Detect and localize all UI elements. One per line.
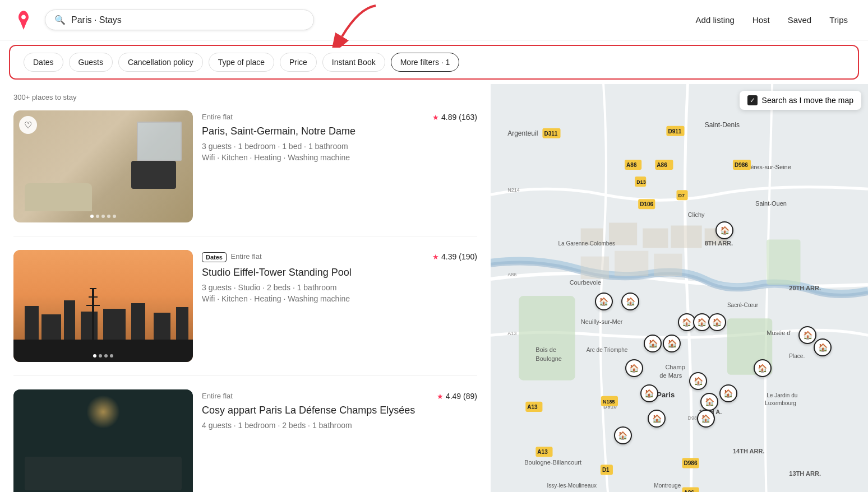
map-pin[interactable]: 🏠 bbox=[689, 372, 707, 390]
map-pin[interactable]: 🏠 bbox=[640, 384, 658, 402]
svg-text:8TH ARR.: 8TH ARR. bbox=[705, 240, 733, 247]
map-pin[interactable]: 🏠 bbox=[708, 313, 726, 331]
svg-text:Sacré-Cœur: Sacré-Cœur bbox=[727, 302, 759, 308]
trips-link[interactable]: Trips bbox=[823, 11, 855, 29]
listing-info-1: Entire flat ★ 4.89 (163) Paris, Saint-Ge… bbox=[202, 110, 477, 222]
instant-book-filter[interactable]: Instant Book bbox=[322, 53, 385, 72]
map-pin[interactable]: 🏠 bbox=[814, 338, 832, 356]
search-bar[interactable]: 🔍 Paris · Stays bbox=[45, 10, 314, 30]
svg-text:Montrouge: Montrouge bbox=[654, 482, 681, 489]
star-icon-3: ★ bbox=[437, 392, 444, 401]
svg-text:A86: A86 bbox=[507, 272, 516, 277]
search-text: Paris · Stays bbox=[71, 15, 122, 25]
left-panel: 300+ places to stay ♡ Entire flat ★ bbox=[0, 84, 491, 492]
price-filter[interactable]: Price bbox=[280, 53, 317, 72]
svg-text:Argenteuil: Argenteuil bbox=[507, 129, 538, 137]
map-pin[interactable]: 🏠 bbox=[663, 335, 681, 352]
more-filters-button[interactable]: More filters · 1 bbox=[391, 53, 460, 72]
map-pin[interactable]: 🏠 bbox=[798, 326, 816, 344]
map-pin[interactable]: 🏠 bbox=[648, 410, 666, 428]
listing-details-1: 3 guests · 1 bedroom · 1 bed · 1 bathroo… bbox=[202, 142, 477, 151]
svg-text:20TH ARR.: 20TH ARR. bbox=[789, 285, 821, 291]
guests-filter[interactable]: Guests bbox=[69, 53, 113, 72]
svg-text:Le Jardin du: Le Jardin du bbox=[767, 392, 797, 398]
svg-text:13TH ARR.: 13TH ARR. bbox=[789, 470, 821, 477]
listing-card: ♡ Entire flat ★ 4.89 (163) bbox=[13, 110, 477, 236]
map-background: N214 A86 A13 D910 D986 8TH ARR. 15TH A. … bbox=[491, 84, 868, 492]
svg-rect-12 bbox=[654, 254, 682, 276]
svg-text:Clichy: Clichy bbox=[688, 211, 705, 218]
map-search-checkbox-bar: ✓ Search as I move the map bbox=[740, 91, 861, 110]
listing-amenities-2: Wifi · Kitchen · Heating · Washing machi… bbox=[202, 294, 477, 303]
svg-rect-2 bbox=[519, 296, 575, 380]
map-search-checkbox[interactable]: ✓ bbox=[747, 95, 758, 105]
svg-text:La Garenne-Colombes: La Garenne-Colombes bbox=[558, 240, 615, 247]
add-listing-link[interactable]: Add listing bbox=[689, 11, 741, 29]
listing-type-1: Entire flat bbox=[202, 113, 233, 121]
listing-title-3[interactable]: Cosy appart Paris La Défense Champs Elys… bbox=[202, 405, 477, 416]
listing-image-1[interactable]: ♡ bbox=[13, 110, 193, 222]
listing-amenities-1: Wifi · Kitchen · Heating · Washing machi… bbox=[202, 153, 477, 162]
svg-text:A13: A13 bbox=[507, 331, 516, 336]
listing-info-3: Entire flat ★ 4.49 (89) Cosy appart Pari… bbox=[202, 389, 477, 492]
svg-text:Saint-Denis: Saint-Denis bbox=[705, 121, 740, 129]
image-dots-2 bbox=[93, 354, 113, 358]
listing-image-3[interactable]: ♡ bbox=[13, 389, 193, 492]
dates-filter[interactable]: Dates bbox=[24, 53, 63, 72]
map-search-label: Search as I move the map bbox=[762, 96, 853, 105]
svg-text:D311: D311 bbox=[544, 131, 557, 137]
map-panel[interactable]: N214 A86 A13 D910 D986 8TH ARR. 15TH A. … bbox=[491, 84, 868, 492]
header-nav: Add listing Host Saved Trips bbox=[689, 11, 855, 29]
svg-text:N185: N185 bbox=[603, 399, 615, 405]
superhost-badge: Dates bbox=[202, 252, 227, 262]
svg-text:Boulogne-Billancourt: Boulogne-Billancourt bbox=[524, 459, 581, 466]
map-pin[interactable]: 🏠 bbox=[715, 221, 733, 239]
map-pin[interactable]: 🏠 bbox=[719, 384, 737, 402]
svg-text:A13: A13 bbox=[527, 404, 538, 410]
svg-text:de Mars: de Mars bbox=[659, 372, 682, 379]
listing-title-1[interactable]: Paris, Saint-Germain, Notre Dame bbox=[202, 126, 477, 137]
listing-rating-2: ★ 4.39 (190) bbox=[432, 252, 477, 261]
saved-link[interactable]: Saved bbox=[781, 11, 819, 29]
map-pin[interactable]: 🏠 bbox=[700, 393, 718, 411]
filter-bar: Dates Guests Cancellation policy Type of… bbox=[9, 45, 859, 80]
svg-rect-10 bbox=[581, 257, 609, 279]
svg-text:A13: A13 bbox=[537, 449, 548, 455]
main-layout: 300+ places to stay ♡ Entire flat ★ bbox=[0, 84, 868, 492]
listing-image-2[interactable]: ♡ bbox=[13, 250, 193, 362]
map-pin[interactable]: 🏠 bbox=[614, 426, 632, 444]
image-dots-1 bbox=[90, 215, 116, 218]
svg-text:Boulogne: Boulogne bbox=[535, 355, 562, 362]
listing-details-3: 4 guests · 1 bedroom · 2 beds · 1 bathro… bbox=[202, 421, 477, 430]
map-pin[interactable]: 🏠 bbox=[644, 335, 662, 352]
listing-type-3: Entire flat bbox=[202, 392, 233, 400]
map-svg: N214 A86 A13 D910 D986 8TH ARR. 15TH A. … bbox=[491, 84, 868, 492]
svg-text:Courbevoie: Courbevoie bbox=[570, 279, 601, 286]
listing-title-2[interactable]: Studio Eiffel-Tower Standing Pool bbox=[202, 267, 477, 279]
map-pin[interactable]: 🏠 bbox=[595, 293, 613, 310]
map-pin[interactable]: 🏠 bbox=[621, 293, 639, 310]
map-pin[interactable]: 🏠 bbox=[754, 359, 772, 377]
header: 🔍 Paris · Stays Add listing Host Saved T… bbox=[0, 0, 868, 40]
results-count: 300+ places to stay bbox=[13, 93, 477, 101]
svg-text:Musée d': Musée d' bbox=[767, 329, 791, 336]
listing-card: ♡ bbox=[13, 250, 477, 376]
host-link[interactable]: Host bbox=[746, 11, 777, 29]
listing-details-2: 3 guests · Studio · 2 beds · 1 bathroom bbox=[202, 283, 477, 292]
svg-text:D7: D7 bbox=[678, 193, 685, 198]
type-of-place-filter[interactable]: Type of place bbox=[209, 53, 274, 72]
svg-text:D986: D986 bbox=[684, 460, 698, 466]
svg-text:Bois de: Bois de bbox=[535, 346, 556, 353]
cancellation-filter[interactable]: Cancellation policy bbox=[118, 53, 203, 72]
map-pin[interactable]: 🏠 bbox=[697, 410, 715, 428]
svg-text:Arc de Triomphe: Arc de Triomphe bbox=[587, 347, 628, 353]
svg-text:N214: N214 bbox=[507, 187, 520, 193]
svg-text:A86: A86 bbox=[626, 162, 637, 168]
map-pin[interactable]: 🏠 bbox=[625, 359, 643, 377]
svg-text:A86: A86 bbox=[657, 162, 667, 168]
svg-text:Champ: Champ bbox=[665, 364, 685, 370]
svg-text:D986: D986 bbox=[735, 162, 748, 168]
svg-rect-8 bbox=[671, 225, 701, 248]
logo[interactable] bbox=[13, 10, 34, 30]
listing-rating-1: ★ 4.89 (163) bbox=[432, 113, 477, 122]
